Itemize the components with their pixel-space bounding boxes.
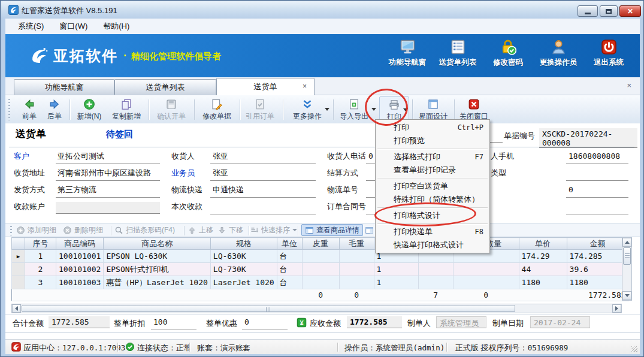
column-header[interactable]: 商品编码 (56, 238, 104, 250)
column-header[interactable]: 金额 (567, 238, 628, 250)
form-field-label: 发货方式 (14, 184, 45, 195)
form-field-input[interactable] (56, 202, 160, 214)
toolbar-button-label: 导入导出 (331, 111, 377, 122)
scroll-left-button[interactable] (12, 304, 21, 313)
close-button[interactable]: ✕ (619, 5, 641, 17)
horizontal-scroll-thumb[interactable] (22, 305, 515, 312)
print-menu-item-7[interactable]: 打印快递单F8 (376, 225, 489, 238)
vertical-scrollbar[interactable] (622, 237, 632, 301)
form-field-underline[interactable] (56, 197, 160, 198)
toolbar-grip[interactable] (8, 99, 10, 120)
status-bar: 应用中心：127.0.0.1:7093连接状态：正常账套：演示账套操作员：系统管… (5, 339, 640, 354)
form-field-underline[interactable] (566, 197, 628, 198)
scroll-up-button[interactable] (622, 238, 631, 247)
totals-value[interactable]: 100 (153, 317, 167, 326)
scroll-right-button[interactable] (612, 304, 621, 313)
horizontal-scrollbar[interactable] (11, 304, 622, 313)
form-field-underline[interactable] (566, 180, 628, 181)
column-header[interactable]: 规格 (210, 238, 277, 250)
toolbar-button-0[interactable]: 前单 (17, 96, 41, 123)
menu-item-0[interactable]: 系统(S) (10, 19, 52, 34)
print-menu-item-4[interactable]: 打印空白送货单 (376, 180, 489, 193)
tabstrip-close-icon[interactable]: × (627, 81, 631, 90)
tab-0[interactable]: 功能导航窗 (14, 79, 114, 95)
tab-2[interactable]: 送货单× (216, 78, 315, 95)
form-field-value[interactable]: 张亚 (213, 151, 228, 162)
status-value: 051696989 (528, 343, 569, 352)
form-field-underline[interactable] (210, 180, 316, 181)
totals-value-field[interactable]: 1772.585 (49, 316, 110, 328)
form-field-label: 类型 (491, 168, 506, 179)
totals-value-field[interactable]: 1772.585 (347, 316, 402, 328)
table-cell: 惠普（HP）LaserJet 1020 (104, 276, 210, 289)
table-row[interactable]: ▶1100101001EPSON LQ-630KLQ-630K台1174.291… (12, 250, 629, 263)
toolbar-button-2[interactable]: 新增(N) (72, 96, 106, 123)
summary-cell (374, 289, 418, 301)
form-field-value[interactable]: 亚拓公司测试 (58, 151, 104, 162)
table-row[interactable]: 2100101002EPSON针式打印机LQ-730K台14439.6 (12, 263, 629, 276)
column-header[interactable]: 序号 (25, 238, 56, 250)
menu-item-1[interactable]: 窗口(W) (52, 19, 95, 34)
vertical-scroll-thumb[interactable] (623, 247, 631, 265)
minimize-button[interactable] (578, 5, 598, 17)
document-number-field[interactable]: XSCKD-20170224-000008 (539, 128, 637, 148)
form-field-value[interactable]: 18608080808 (569, 151, 620, 162)
detail-toolbar-item-6[interactable]: 查看商品详情 (301, 224, 363, 236)
toolbar-button-5[interactable]: 修改单据 (197, 96, 237, 123)
form-field-value[interactable]: 0 (569, 184, 573, 195)
column-header[interactable]: 单价 (519, 238, 567, 250)
print-menu-item-5[interactable]: 特殊打印（简体转繁体） (376, 193, 489, 206)
form-field-underline[interactable] (210, 214, 316, 214)
status-label: 应用中心： (23, 343, 62, 352)
form-field-underline[interactable] (210, 164, 316, 164)
tab-close-icon[interactable]: × (303, 82, 307, 90)
print-menu-item-8[interactable]: 快递单打印格式设计 (376, 238, 489, 252)
quick-nav-2[interactable]: 修改密码 (483, 39, 533, 74)
form-field-underline[interactable] (566, 164, 628, 164)
tab-1[interactable]: 送货单列表 (114, 79, 216, 95)
detail-toolbar-grip[interactable] (10, 226, 12, 235)
print-menu-item-6[interactable]: 打印格式设计 (376, 209, 489, 222)
toolbar-button-label: 复制新增 (107, 111, 146, 122)
toolbar-separator (149, 99, 149, 120)
table-cell (418, 263, 453, 276)
quick-nav-3[interactable]: 更换操作员 (533, 39, 583, 74)
toolbar-button-7[interactable]: 更多操作 (285, 96, 330, 123)
restore-button[interactable] (600, 5, 618, 17)
column-header[interactable]: 商品名称 (104, 238, 210, 250)
form-field-label[interactable]: 业务员 (171, 168, 195, 179)
toolbar-button-3[interactable]: 复制新增 (107, 96, 146, 123)
form-field-value[interactable]: 张亚 (213, 168, 228, 179)
totals-value[interactable]: 0 (244, 317, 249, 326)
quick-nav-4[interactable]: 退出系统 (583, 39, 634, 74)
summary-cell: 1772.585 (567, 289, 628, 301)
table-cell (339, 263, 374, 276)
toolbar-button-8[interactable]: 导入导出 (331, 96, 377, 123)
column-header[interactable]: 皮重 (302, 238, 339, 250)
scroll-down-button[interactable] (622, 291, 631, 300)
form-field-underline[interactable] (210, 197, 316, 198)
quick-nav-0[interactable]: 功能导航窗 (382, 39, 433, 74)
form-field-label[interactable]: 客户 (14, 151, 29, 162)
table-row[interactable]: 3100101003惠普（HP）LaserJet 1020LaserJet 10… (12, 276, 629, 289)
form-field-value[interactable]: 0 (368, 151, 373, 162)
form-field-value[interactable]: 第三方物流 (58, 184, 96, 195)
column-header[interactable]: 毛重 (339, 238, 374, 250)
print-menu-item-0[interactable]: 打印Ctrl+P (376, 121, 489, 134)
column-header-hidden[interactable] (12, 238, 25, 250)
form-field-underline[interactable] (56, 164, 160, 164)
print-menu-item-2[interactable]: 选择格式打印F7 (376, 150, 489, 164)
print-menu-item-1[interactable]: 打印预览 (376, 134, 489, 147)
column-header[interactable]: 单位 (277, 238, 302, 250)
form-field-value[interactable]: 河南省郑州市中原区建设路 (58, 168, 151, 179)
print-menu-item-3[interactable]: 查看单据打印记录 (376, 164, 489, 177)
quick-nav-1[interactable]: 送货单列表 (433, 39, 483, 74)
resize-grip[interactable] (631, 346, 637, 352)
form-field-value[interactable]: 申通快递 (213, 184, 244, 195)
form-field-label: 收货地址 (14, 168, 45, 179)
form-field-underline[interactable] (56, 180, 160, 181)
form-field-underline[interactable] (566, 214, 628, 214)
chevron-down-icon (403, 108, 408, 111)
toolbar-button-1[interactable]: 后单 (43, 96, 66, 123)
menu-item-2[interactable]: 帮助(H) (95, 19, 137, 34)
